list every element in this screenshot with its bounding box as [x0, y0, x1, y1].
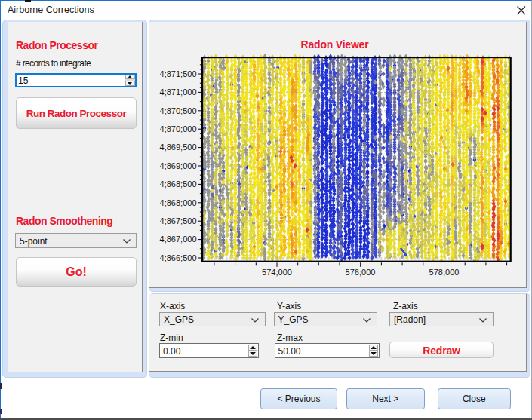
svg-text:4;867;500: 4;867;500	[160, 216, 197, 225]
svg-text:576;000: 576;000	[346, 268, 376, 277]
svg-text:578;000: 578;000	[429, 268, 460, 277]
svg-text:574;000: 574;000	[262, 268, 292, 277]
svg-text:4;871;500: 4;871;500	[160, 69, 197, 78]
svg-text:4;867;000: 4;867;000	[160, 235, 197, 244]
svg-text:4;868;000: 4;868;000	[160, 198, 197, 207]
svg-text:4;869;000: 4;869;000	[160, 161, 197, 170]
svg-text:4;866;500: 4;866;500	[160, 253, 197, 262]
svg-text:4;871;000: 4;871;000	[160, 87, 197, 97]
svg-text:4;870;000: 4;870;000	[160, 124, 197, 133]
svg-text:4;868;500: 4;868;500	[160, 179, 197, 189]
svg-text:4;870;500: 4;870;500	[160, 106, 197, 115]
svg-text:4;869;500: 4;869;500	[160, 143, 197, 152]
